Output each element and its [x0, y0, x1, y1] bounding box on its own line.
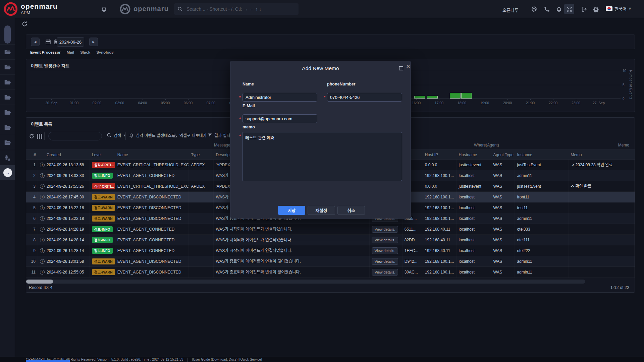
cell-hostname: localhost — [457, 170, 491, 181]
next-day-button[interactable]: ▶ — [89, 38, 98, 46]
email-field[interactable] — [243, 114, 317, 123]
columns-icon[interactable] — [37, 134, 42, 139]
table-row[interactable]: 10i2024-09-26 13:01:58경고-WARNEVENT_AGENT… — [26, 256, 635, 267]
notification-bell-icon[interactable] — [101, 6, 107, 12]
cell-num: 7 — [26, 224, 38, 235]
info-icon[interactable]: i — [40, 184, 45, 189]
chart-x-tick: 05:00 — [161, 101, 170, 105]
column-header-level[interactable]: Level — [90, 150, 115, 159]
info-icon[interactable]: i — [40, 259, 45, 264]
cell-instance: justTestEvent — [515, 160, 569, 170]
column-header-host_ip[interactable]: Host IP — [423, 150, 457, 159]
search-dropdown[interactable]: 검색 ▼ — [107, 132, 126, 138]
column-header-name[interactable]: Name — [115, 150, 189, 159]
tab-event-processor[interactable]: Event Processor — [30, 50, 61, 54]
cell-memo — [569, 267, 635, 278]
table-row[interactable]: 7i2024-09-26 14:28:19정보-INFOEVENT_AGENT_… — [26, 224, 635, 235]
info-icon[interactable]: i — [40, 216, 45, 221]
horizontal-scrollbar[interactable] — [26, 280, 585, 284]
alarm-bell-icon[interactable] — [556, 6, 562, 12]
gear-icon[interactable] — [593, 6, 599, 12]
chart-x-tickmark — [97, 99, 97, 100]
result-filter-button[interactable]: 결과 필터 — [207, 132, 230, 138]
logout-icon[interactable] — [581, 6, 587, 12]
cell-agent_type: WAS — [491, 192, 515, 202]
info-icon[interactable]: i — [40, 173, 45, 178]
sidebar-settings[interactable] — [0, 150, 15, 165]
info-icon[interactable]: i — [40, 238, 45, 242]
memo-field[interactable]: 테스트 관련 에러 — [242, 132, 402, 181]
save-button[interactable]: 저장 — [278, 206, 305, 215]
openmaru-chat-icon[interactable] — [531, 6, 537, 12]
list-refresh-icon[interactable] — [29, 133, 35, 139]
info-icon[interactable]: i — [40, 227, 45, 232]
cancel-button[interactable]: 취소 — [337, 206, 365, 215]
info-icon[interactable]: i — [40, 205, 45, 210]
critical-event-test-button[interactable]: 심각 이벤트 발생테스트 — [129, 132, 175, 138]
column-header-memo[interactable]: Memo — [569, 150, 635, 159]
username[interactable]: 오픈나루 — [502, 7, 519, 13]
cell-level: 심각-CRITI... — [90, 160, 115, 170]
sidebar-collapse[interactable]: → — [0, 165, 15, 180]
sidebar-folder-3[interactable] — [0, 74, 15, 89]
fullscreen-icon[interactable] — [566, 6, 573, 12]
name-field[interactable] — [243, 93, 317, 102]
sidebar-folder-6[interactable] — [0, 120, 15, 135]
phone-icon[interactable] — [544, 6, 550, 12]
table-row[interactable]: 11i2024-09-26 12:55:05경고-WARNEVENT_AGENT… — [26, 267, 635, 278]
chart-x-tickmark — [599, 99, 599, 100]
calendar-icon[interactable] — [45, 39, 51, 45]
tab-synology[interactable]: Synology — [96, 50, 114, 54]
cell-description: WAS가 시작되어 에이전트가 연결되었습니다. — [214, 224, 369, 235]
close-icon[interactable]: × — [406, 63, 410, 70]
sidebar-folder-1[interactable] — [0, 44, 15, 59]
view-details-button[interactable]: View details. — [372, 269, 398, 276]
column-header-created[interactable]: Created — [38, 150, 90, 159]
info-icon[interactable]: i — [40, 248, 45, 253]
column-header-hostname[interactable]: Hostname — [457, 150, 491, 159]
scrollbar-thumb[interactable] — [26, 280, 53, 284]
column-header-num[interactable]: # — [26, 150, 38, 159]
sidebar-folder-5[interactable] — [0, 105, 15, 120]
view-details-button[interactable]: View details. — [372, 247, 398, 254]
info-icon[interactable]: i — [40, 163, 45, 167]
cell-num: 4 — [26, 192, 38, 202]
chart-x-tickmark — [188, 99, 189, 100]
sidebar: → — [0, 18, 15, 357]
created-value: 2024-09-26 15:22:18 — [47, 202, 84, 213]
reset-button[interactable]: 재설정 — [308, 206, 335, 215]
cell-created: i2024-09-26 15:22:18 — [38, 213, 90, 224]
sidebar-folder-7[interactable] — [0, 135, 15, 150]
sidebar-folder-4[interactable] — [0, 89, 15, 105]
prev-day-button[interactable]: ◀ — [31, 38, 40, 46]
date-input[interactable] — [57, 37, 84, 47]
level-badge: 심각-CRITI... — [92, 183, 115, 189]
arrow-right-icon: → — [3, 168, 12, 177]
column-header-agent_type[interactable]: Agent Type — [491, 150, 515, 159]
cell-created: i2024-09-26 14:28:14 — [38, 235, 90, 245]
footer-links[interactable]: [User Guide (Download, Docs)] [Quick Ser… — [192, 358, 262, 361]
page-refresh-icon[interactable] — [21, 21, 28, 27]
table-row[interactable]: 8i2024-09-26 14:28:14정보-INFOEVENT_AGENT_… — [26, 235, 635, 245]
cell-instance: test11 — [515, 202, 569, 213]
group-header-where-agent: Where(Agent) — [474, 143, 499, 147]
language-selector[interactable]: 한국어 ∨ — [606, 5, 631, 12]
table-row[interactable]: 9i2024-09-26 14:28:14정보-INFOEVENT_AGENT_… — [26, 245, 635, 256]
global-search-input[interactable] — [186, 6, 295, 12]
view-details-button[interactable]: View details. — [372, 258, 398, 265]
tab-mail[interactable]: Mail — [67, 50, 74, 54]
info-icon[interactable]: i — [40, 270, 45, 275]
tab-slack[interactable]: Slack — [80, 50, 90, 54]
chart-bar — [427, 96, 438, 99]
column-header-type[interactable]: Type — [189, 150, 214, 159]
chart-x-tickmark — [462, 99, 462, 100]
event-search-input[interactable] — [54, 133, 107, 139]
info-icon[interactable]: i — [40, 195, 45, 199]
excel-export-button[interactable]: 엑셀로 내보내기 — [172, 132, 207, 138]
column-header-instance[interactable]: Instance — [515, 150, 569, 159]
phone-field[interactable] — [327, 93, 402, 102]
view-details-button[interactable]: View details. — [372, 226, 398, 233]
sidebar-folder-2[interactable] — [0, 59, 15, 74]
view-details-button[interactable]: View details. — [372, 237, 398, 243]
maximize-icon[interactable] — [399, 66, 403, 70]
